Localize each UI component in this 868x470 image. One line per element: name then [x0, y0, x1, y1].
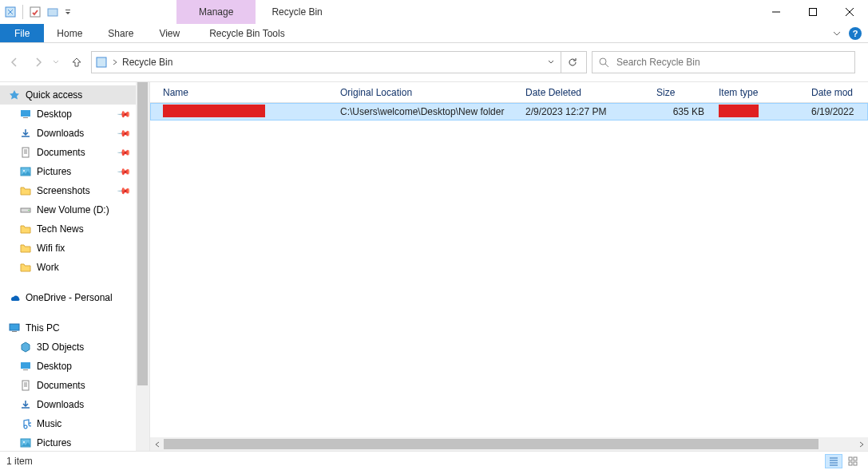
tree-pictures[interactable]: Pictures 📌	[0, 162, 136, 181]
tab-view[interactable]: View	[146, 24, 192, 42]
details-view-button[interactable]	[825, 454, 842, 468]
new-folder-icon[interactable]	[46, 5, 60, 19]
scrollbar-track[interactable]	[164, 437, 854, 451]
tree-label: Documents	[37, 380, 136, 391]
3d-objects-icon	[19, 341, 32, 353]
svg-rect-23	[849, 462, 852, 465]
tree-documents-pc[interactable]: Documents	[0, 376, 136, 395]
tree-quick-access[interactable]: Quick access	[0, 85, 136, 105]
status-bar: 1 item	[0, 451, 868, 470]
tree-downloads-pc[interactable]: Downloads	[0, 395, 136, 414]
svg-rect-5	[97, 57, 106, 67]
svg-rect-3	[65, 10, 70, 10]
properties-icon[interactable]	[28, 5, 42, 19]
tree-onedrive[interactable]: OneDrive - Personal	[0, 288, 136, 307]
back-button[interactable]	[5, 53, 24, 72]
scroll-right-icon[interactable]	[854, 437, 868, 451]
tree-label: Music	[37, 418, 136, 429]
column-item-type[interactable]: Item type	[719, 82, 811, 102]
recycle-bin-icon[interactable]	[3, 5, 18, 19]
refresh-button[interactable]	[561, 51, 583, 73]
large-icons-view-button[interactable]	[844, 454, 862, 468]
window-controls	[758, 0, 868, 24]
maximize-button[interactable]	[795, 0, 831, 24]
scrollbar-thumb[interactable]	[137, 82, 148, 385]
svg-rect-15	[12, 331, 17, 332]
cell-date-modified: 6/19/2022	[811, 106, 867, 117]
tree-label: Work	[37, 262, 136, 273]
horizontal-scrollbar[interactable]	[150, 437, 868, 451]
tree-label: 3D Objects	[37, 342, 136, 353]
svg-rect-18	[22, 381, 29, 390]
scrollbar-thumb[interactable]	[164, 439, 818, 449]
tree-desktop[interactable]: Desktop 📌	[0, 105, 136, 124]
pin-icon: 📌	[116, 144, 131, 160]
onedrive-icon	[8, 291, 21, 304]
cell-item-type	[719, 105, 811, 120]
cell-size: 635 KB	[656, 106, 719, 117]
file-row[interactable]: C:\Users\welcome\Desktop\New folder 2/9/…	[150, 103, 868, 120]
expand-ribbon-icon[interactable]	[830, 28, 844, 39]
tree-music[interactable]: Music	[0, 414, 136, 433]
tree-pictures-pc[interactable]: Pictures	[0, 433, 136, 451]
up-button[interactable]	[67, 53, 86, 72]
scroll-left-icon[interactable]	[150, 437, 164, 451]
breadcrumb-recycle-bin[interactable]: Recycle Bin	[119, 57, 176, 68]
tree-work[interactable]: Work	[0, 258, 136, 277]
qat-dropdown-icon[interactable]	[63, 3, 73, 21]
tab-recycle-bin-tools[interactable]: Recycle Bin Tools	[196, 24, 298, 42]
address-bar[interactable]: Recycle Bin	[91, 51, 587, 73]
tree-this-pc[interactable]: This PC	[0, 318, 136, 338]
minimize-button[interactable]	[758, 0, 795, 24]
svg-rect-17	[23, 369, 28, 370]
drive-icon	[19, 203, 32, 216]
column-original-location[interactable]: Original Location	[340, 82, 525, 102]
tree-view[interactable]: Quick access Desktop 📌 Downloads 📌 Docum…	[0, 82, 136, 451]
desktop-icon	[19, 108, 32, 120]
tree-tech-news[interactable]: Tech News	[0, 219, 136, 239]
star-icon	[8, 89, 21, 101]
tree-documents[interactable]: Documents 📌	[0, 143, 136, 162]
tree-label: Downloads	[37, 128, 113, 139]
search-box[interactable]	[592, 51, 855, 73]
column-date-deleted[interactable]: Date Deleted	[525, 82, 656, 102]
tree-3d-objects[interactable]: 3D Objects	[0, 338, 136, 357]
svg-rect-9	[22, 148, 29, 157]
close-button[interactable]	[831, 0, 868, 24]
search-input[interactable]	[615, 56, 848, 69]
tab-share[interactable]: Share	[95, 24, 146, 42]
file-list-pane: Name Original Location Date Deleted Size…	[150, 82, 868, 451]
column-name[interactable]: Name	[163, 82, 340, 102]
recycle-bin-icon	[95, 56, 108, 69]
file-rows: C:\Users\welcome\Desktop\New folder 2/9/…	[150, 103, 868, 437]
svg-point-11	[23, 170, 25, 172]
folder-icon	[19, 261, 32, 274]
sidebar-scrollbar[interactable]	[136, 82, 149, 451]
tree-screenshots[interactable]: Screenshots 📌	[0, 181, 136, 200]
svg-rect-2	[48, 9, 57, 16]
tree-wifi-fix[interactable]: Wifi fix	[0, 239, 136, 258]
breadcrumb-chevron-icon[interactable]	[111, 59, 119, 65]
tree-new-volume[interactable]: New Volume (D:)	[0, 200, 136, 219]
folder-icon	[19, 223, 32, 235]
tab-home[interactable]: Home	[44, 24, 95, 42]
tree-desktop-pc[interactable]: Desktop	[0, 357, 136, 376]
help-button[interactable]: ?	[849, 27, 862, 40]
column-date-modified[interactable]: Date mod	[811, 82, 868, 102]
ribbon-tabs: File Home Share View Recycle Bin Tools ?	[0, 24, 868, 43]
history-dropdown-icon[interactable]	[53, 60, 62, 65]
redacted-content	[719, 105, 759, 117]
search-icon	[599, 57, 610, 68]
folder-icon	[19, 184, 32, 197]
tree-downloads[interactable]: Downloads 📌	[0, 124, 136, 143]
tree-label: Tech News	[37, 223, 136, 235]
this-pc-icon	[8, 322, 21, 334]
svg-rect-21	[849, 457, 852, 460]
context-tab-manage[interactable]: Manage	[176, 0, 256, 24]
svg-rect-7	[21, 110, 30, 117]
tab-file[interactable]: File	[0, 24, 44, 42]
navigation-bar: Recycle Bin	[0, 48, 868, 77]
column-size[interactable]: Size	[656, 82, 719, 102]
forward-button[interactable]	[29, 53, 48, 72]
address-dropdown-icon[interactable]	[541, 60, 561, 65]
